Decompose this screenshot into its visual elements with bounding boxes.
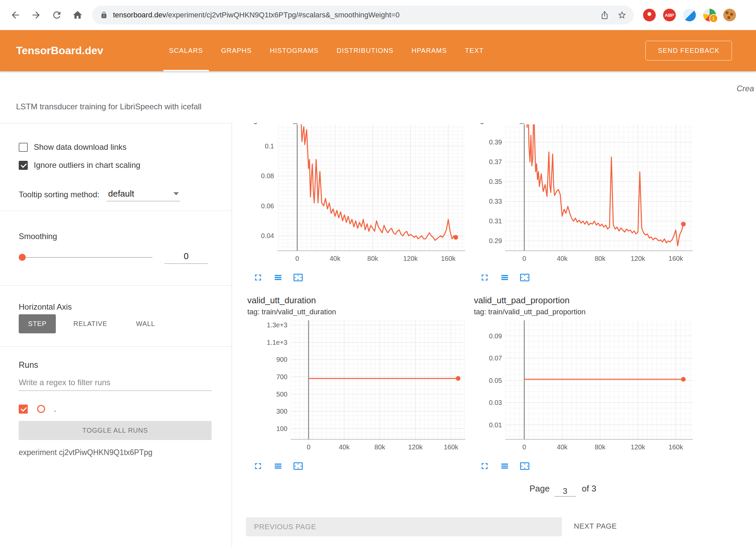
share-icon[interactable] [599, 9, 610, 21]
tab-graphs[interactable]: GRAPHS [212, 30, 261, 71]
home-icon[interactable] [72, 9, 84, 21]
smoothing-value-input[interactable]: 0 [164, 251, 208, 264]
show-download-links-checkbox[interactable] [19, 143, 28, 152]
browser-toolbar: tensorboard.dev/experiment/cj2vtPiwQHKN9… [0, 0, 756, 30]
send-feedback-button[interactable]: SEND FEEDBACK [645, 41, 732, 61]
runs-filter-input[interactable] [19, 378, 212, 391]
smoothing-slider[interactable] [19, 252, 152, 263]
svg-text:0.03: 0.03 [489, 399, 502, 406]
expand-chart-icon[interactable] [253, 461, 263, 471]
next-page-button[interactable]: NEXT PAGE [574, 522, 617, 531]
svg-text:120k: 120k [631, 443, 645, 451]
tab-distributions[interactable]: DISTRIBUTIONS [328, 30, 402, 71]
abp-extension-icon[interactable]: ABP [663, 9, 676, 21]
experiment-title: LSTM transducer training for LibriSpeech… [16, 102, 202, 111]
adblock-extension-icon[interactable] [643, 9, 656, 21]
tab-text[interactable]: TEXT [456, 30, 493, 71]
svg-text:0.07: 0.07 [489, 354, 502, 362]
chart-canvas-valid-utt-pad-proportion[interactable]: 0.010.030.050.070.09040k80k120k160k [474, 320, 696, 455]
svg-text:0.33: 0.33 [489, 198, 502, 205]
svg-text:160k: 160k [668, 443, 683, 451]
svg-text:40k: 40k [339, 443, 350, 451]
expand-chart-icon[interactable] [479, 272, 490, 283]
cookie-extension-icon[interactable] [723, 9, 736, 21]
fit-domain-icon[interactable] [293, 272, 303, 283]
page-number-input[interactable] [554, 486, 576, 497]
svg-text:160k: 160k [441, 255, 456, 262]
fit-domain-icon[interactable] [519, 461, 530, 471]
tab-scalars[interactable]: SCALARS [160, 30, 212, 71]
page-of-label: of 3 [582, 483, 596, 494]
svg-text:0.37: 0.37 [489, 158, 502, 166]
svg-text:0: 0 [522, 443, 526, 451]
back-icon[interactable] [9, 9, 21, 21]
svg-text:0.05: 0.05 [489, 377, 502, 384]
expand-chart-icon[interactable] [479, 461, 490, 471]
tab-hparams[interactable]: HPARAMS [402, 30, 456, 71]
expand-chart-icon[interactable] [253, 272, 263, 283]
url-path: /experiment/cj2vtPiwQHKN9Q1tx6PTpg/#scal… [166, 11, 399, 19]
address-bar[interactable]: tensorboard.dev/experiment/cj2vtPiwQHKN9… [92, 6, 634, 24]
ignore-outliers-checkbox[interactable] [19, 161, 28, 170]
url-domain: tensorboard.dev [113, 11, 166, 19]
tab-histograms[interactable]: HISTOGRAMS [261, 30, 328, 71]
svg-text:80k: 80k [367, 255, 378, 262]
chart-card-top-right: tag: train/valid_… 0.290.310.330.350.370… [474, 123, 696, 283]
profile-avatar[interactable]: 1 [703, 9, 716, 21]
chart-canvas-top-right[interactable]: 0.290.310.330.350.370.39040k80k120k160k [474, 124, 696, 267]
axis-relative-button[interactable]: RELATIVE [64, 314, 117, 333]
profile-badge: 1 [709, 14, 718, 23]
svg-text:1.1e+3: 1.1e+3 [267, 339, 287, 346]
fit-domain-icon[interactable] [519, 272, 530, 283]
run-row: . [19, 404, 212, 414]
chart-card-top-left: tag: train/valid_… 0.040.060.080.1040k80… [247, 123, 468, 283]
previous-page-button[interactable]: PREVIOUS PAGE [246, 517, 562, 536]
chart-actions [253, 461, 468, 471]
svg-text:0.1: 0.1 [265, 142, 274, 150]
svg-text:900: 900 [276, 356, 287, 363]
run-data-icon[interactable] [499, 461, 510, 471]
main-nav: SCALARS GRAPHS HISTOGRAMS DISTRIBUTIONS … [160, 30, 493, 71]
axis-step-button[interactable]: STEP [19, 314, 56, 333]
run-data-icon[interactable] [499, 272, 510, 283]
svg-text:0.09: 0.09 [489, 332, 502, 340]
chart-title: valid_utt_pad_proportion [474, 295, 696, 306]
lock-icon[interactable] [100, 11, 108, 19]
chart-tag: tag: train/valid_utt_duration [247, 308, 468, 316]
divider [0, 285, 232, 286]
svg-text:0.08: 0.08 [261, 172, 274, 180]
svg-text:80k: 80k [595, 255, 606, 262]
slider-thumb[interactable] [19, 254, 26, 261]
svg-text:40k: 40k [557, 255, 568, 262]
chart-canvas-top-left[interactable]: 0.040.060.080.1040k80k120k160k [247, 124, 468, 267]
tooltip-sorting-row: Tooltip sorting method: default [19, 189, 212, 201]
screenshot-extension-icon[interactable] [683, 9, 696, 21]
tooltip-sorting-select[interactable]: default [107, 189, 180, 201]
run-checkbox[interactable] [19, 405, 28, 414]
svg-text:700: 700 [276, 373, 287, 380]
refresh-icon[interactable] [51, 9, 63, 21]
toggle-all-runs-button[interactable]: TOGGLE ALL RUNS [19, 421, 212, 440]
svg-text:0.39: 0.39 [489, 138, 502, 146]
horizontal-axis-label: Horizontal Axis [19, 302, 212, 312]
svg-text:120k: 120k [403, 255, 418, 262]
svg-text:120k: 120k [408, 443, 423, 451]
chart-canvas-valid-utt-duration[interactable]: 1003005007009001.1e+31.3e+3040k80k120k16… [247, 320, 468, 455]
fit-domain-icon[interactable] [293, 461, 303, 471]
svg-text:0: 0 [295, 255, 299, 262]
svg-text:120k: 120k [631, 255, 645, 262]
forward-icon[interactable] [30, 9, 42, 21]
run-data-icon[interactable] [273, 272, 283, 283]
run-color-swatch[interactable] [37, 405, 45, 413]
axis-wall-button[interactable]: WALL [127, 314, 164, 333]
bookmark-star-icon[interactable] [616, 9, 628, 21]
tensorboard-logo[interactable]: TensorBoard.dev [16, 44, 103, 57]
chart-actions [479, 272, 696, 283]
run-data-icon[interactable] [273, 461, 283, 471]
svg-text:0.06: 0.06 [261, 202, 274, 210]
divider [0, 211, 232, 211]
tensorboard-header: TensorBoard.dev SCALARS GRAPHS HISTOGRAM… [0, 30, 756, 71]
chart-tag: tag: train/valid_utt_pad_proportion [474, 308, 696, 316]
smoothing-label: Smoothing [19, 232, 212, 241]
chart-title: valid_utt_duration [247, 295, 468, 306]
